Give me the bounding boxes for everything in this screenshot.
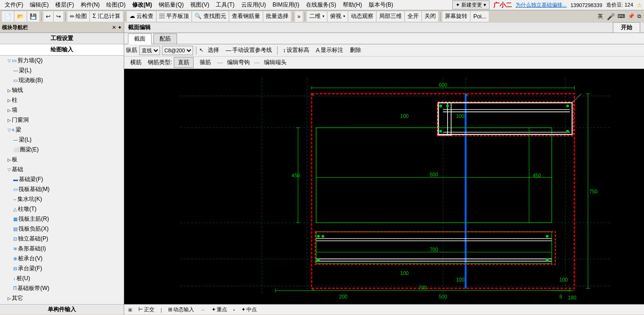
tree-item-raft-neg[interactable]: ▤ 筏板负筋(X): [0, 224, 124, 234]
menu-tools[interactable]: 工具(T): [213, 0, 237, 10]
tree-item-isolated[interactable]: ⊡ 独立基础(P): [0, 234, 124, 244]
tree-item-shear-wall[interactable]: ▽ ▭ 剪力墙(Q): [0, 56, 124, 66]
new-change-btn[interactable]: ✦ 新建变更 ▾: [452, 0, 490, 9]
tree-item-pile-cap[interactable]: ⊕ 桩承台(V): [0, 254, 124, 264]
tab-section[interactable]: 截面: [128, 33, 152, 44]
tree-item-slab-band[interactable]: Π 基础板带(W): [0, 283, 124, 293]
select-size[interactable]: C8@200: [162, 46, 193, 55]
menu-bim[interactable]: BIM应用(I): [270, 0, 302, 10]
menu-edit[interactable]: 编辑(E): [27, 0, 51, 10]
tree-item-foundation[interactable]: ▽ 基础: [0, 165, 124, 174]
btn-ortho[interactable]: ⊢ 正交: [136, 305, 157, 314]
tree-item-axis[interactable]: ▷ 轴线: [0, 85, 124, 95]
btn-set-height[interactable]: ↕ 设置标高: [280, 45, 312, 56]
svg-text:750: 750: [589, 189, 598, 194]
btn-mid-point[interactable]: ✦ 中点: [239, 305, 259, 314]
btn-dynamic-input[interactable]: ⊞ 动态输入: [166, 305, 196, 314]
toolbar-new[interactable]: 📄: [2, 11, 14, 22]
menu-rebar-qty[interactable]: 钢筋量(Q): [156, 0, 186, 10]
tree-item-column[interactable]: ▷ 柱: [0, 95, 124, 105]
menu-draw[interactable]: 绘图(D): [103, 0, 128, 10]
btn-snap-point[interactable]: ✦ 重点: [209, 305, 229, 314]
expand-foundation: ▽: [8, 167, 11, 172]
toolbar-open-all[interactable]: 全开: [405, 11, 421, 22]
expand-door: ▷: [8, 118, 11, 123]
tree-item-strip[interactable]: ≋ 条形基础(I): [0, 244, 124, 254]
tree-item-wall[interactable]: ▷ 墙: [0, 105, 124, 115]
toolbar-2d[interactable]: 二维: [307, 11, 327, 22]
panel-title-bar: 截面编辑 开始: [124, 23, 644, 33]
menu-modify[interactable]: 修改(M): [129, 0, 155, 10]
tree-item-door[interactable]: ▷ 门窗洞: [0, 115, 124, 125]
menu-layer[interactable]: 楼层(F): [52, 0, 76, 10]
menu-online[interactable]: 在线服务(S): [303, 0, 339, 10]
btn-delete[interactable]: 删除: [347, 45, 364, 56]
menu-component[interactable]: 构件(N): [78, 0, 103, 10]
toolbar-align-top[interactable]: ▤ 平齐板顶: [157, 11, 191, 22]
toolbar-draw[interactable]: ✏ 绘图: [68, 11, 89, 22]
select-line[interactable]: 直线: [139, 46, 160, 55]
toolbar-mic[interactable]: 🎤: [606, 13, 616, 20]
toolbar-save[interactable]: 💾: [27, 11, 39, 22]
tree-item-beam-l2[interactable]: — 梁(L): [0, 135, 124, 145]
toolbar-redo[interactable]: ↪: [54, 11, 63, 22]
menu-view[interactable]: 视图(V): [187, 0, 212, 10]
toolbar-batch-select[interactable]: 批量选择: [263, 11, 291, 22]
tree-item-found-beam[interactable]: ▬ 基础梁(F): [0, 174, 124, 184]
toolbar-view-rebar[interactable]: 查看钢筋量: [229, 11, 263, 22]
toolbar-screen-rotate[interactable]: 屏幕旋转: [442, 11, 470, 22]
menu-file[interactable]: 文件(F): [2, 0, 26, 10]
toolbar-cloud-check[interactable]: ☁ 云检查: [127, 11, 156, 22]
sidebar-bottom[interactable]: 单构件输入: [0, 304, 124, 315]
svg-text:180: 180: [568, 295, 576, 300]
tree-item-cap-beam[interactable]: ⊟ 承台梁(F): [0, 264, 124, 274]
toolbar-open[interactable]: 📂: [15, 11, 26, 22]
toolbar-keyboard[interactable]: ⌨: [617, 13, 626, 19]
toolbar-find[interactable]: 🔍 查找图元: [192, 11, 228, 22]
sidebar-section-draw[interactable]: 绘图输入: [0, 44, 124, 56]
tab-stirrup[interactable]: 箍筋: [195, 57, 215, 68]
tree-item-beam-l[interactable]: — 梁(L): [0, 66, 124, 75]
tab-rebar[interactable]: 配筋: [153, 33, 177, 44]
svg-point-63: [566, 105, 569, 108]
toolbar-sum[interactable]: Σ 汇总计算: [90, 11, 123, 22]
toolbar-close-all[interactable]: 关闭: [422, 11, 438, 22]
svg-point-70: [317, 258, 320, 261]
btn-select[interactable]: 选择: [205, 45, 221, 56]
ref-line-icon: —: [226, 47, 231, 54]
top-link[interactable]: 为什么独立基础偏移...: [516, 1, 567, 8]
menu-help[interactable]: 帮助(H): [340, 0, 365, 10]
toolbar-pin[interactable]: 📌: [627, 13, 636, 19]
toolbar-undo[interactable]: ↩: [43, 11, 53, 22]
btn-show-label[interactable]: A 显示标注: [314, 45, 346, 56]
tree-item-ring-beam[interactable]: ⬜ 圈梁(E): [0, 145, 124, 155]
tree-item-slab2[interactable]: ▷ 板: [0, 155, 124, 165]
tree-item-pit[interactable]: ⌣ 集水坑(K): [0, 194, 124, 204]
tree-item-raft-rebar[interactable]: ▦ 筏板主筋(R): [0, 214, 124, 224]
tree-item-beam-group[interactable]: ▽ ≡ 梁: [0, 125, 124, 135]
tab-straight[interactable]: 直筋: [174, 57, 194, 68]
btn-edit-end[interactable]: 编辑端头: [262, 58, 289, 68]
sidebar-close-btn[interactable]: ✕ ✦: [112, 25, 122, 31]
toolbar-dynamic-observe[interactable]: 动态观察: [348, 11, 376, 22]
toolbar-more[interactable]: »: [295, 11, 303, 22]
toolbar-view-angle[interactable]: 俯视: [328, 11, 347, 22]
menu-cloud[interactable]: 云应用(U): [238, 0, 269, 10]
sidebar-section-settings[interactable]: 工程设置: [0, 33, 124, 44]
start-button[interactable]: 开始: [613, 22, 640, 33]
tree-item-other[interactable]: ▷ 其它: [0, 293, 124, 303]
sidebar-header: 模块导航栏 ✕ ✦: [0, 23, 124, 33]
toolbar-copy2[interactable]: ⧉: [636, 13, 642, 19]
tree-item-pile[interactable]: ↓ 桩(U): [0, 274, 124, 283]
menu-version[interactable]: 版本号(B): [366, 0, 396, 10]
tab-horiz-rebar[interactable]: 横筋: [126, 57, 146, 68]
btn-edit-hook[interactable]: 编辑弯钩: [225, 58, 252, 68]
toolbar-local-3d[interactable]: 局部三维: [377, 11, 404, 22]
canvas-area[interactable]: 600 500 700 700 450: [124, 69, 644, 304]
toolbar-poi[interactable]: Poi...: [471, 11, 488, 22]
label-icon: A: [316, 47, 320, 54]
tree-item-col-base[interactable]: △ 柱墩(T): [0, 204, 124, 214]
tree-item-slab[interactable]: ▭ 现浇板(B): [0, 75, 124, 85]
tree-item-raft[interactable]: ▭ 筏板基础(M): [0, 184, 124, 194]
btn-ref-line[interactable]: — 手动设置参考线: [223, 45, 274, 56]
